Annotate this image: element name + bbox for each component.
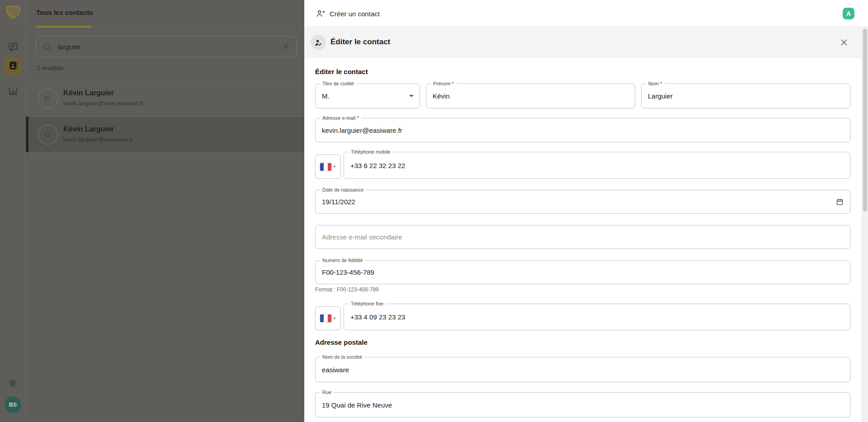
last-name-input[interactable] xyxy=(648,92,844,100)
edit-contact-drawer: Créer un contact A Éditer le contact xyxy=(304,0,868,422)
civility-select[interactable]: Titre de civilité M. xyxy=(315,84,420,108)
create-contact-label: Créer un contact xyxy=(330,10,380,18)
loyalty-number-label: Numéro de fidélité xyxy=(320,258,365,263)
landline-phone-field: Téléphone fixe xyxy=(344,304,850,330)
street-label: Rue xyxy=(320,389,334,395)
birth-date-field: Date de naissance xyxy=(315,190,850,214)
drawer-topbar: Créer un contact A xyxy=(304,0,868,27)
landline-country-select[interactable] xyxy=(315,306,341,330)
loyalty-number-field: Numéro de fidélité xyxy=(315,260,850,284)
street-field: Rue xyxy=(315,392,850,417)
company-field: Nom de la société xyxy=(315,357,850,382)
first-name-field: Prénom * xyxy=(426,84,635,108)
mobile-phone-label: Téléphone mobile xyxy=(349,149,392,155)
company-input[interactable] xyxy=(322,366,844,374)
app-window: BS Tous les contacts 2 résultats xyxy=(0,0,868,422)
mobile-phone-field: Téléphone mobile xyxy=(344,152,850,179)
birth-date-input[interactable] xyxy=(322,198,836,206)
drawer-scrollbar-track[interactable] xyxy=(862,27,868,422)
first-name-label: Prénom * xyxy=(431,81,456,87)
mobile-phone-input[interactable] xyxy=(350,162,844,169)
close-icon[interactable] xyxy=(839,38,849,47)
loyalty-number-input[interactable] xyxy=(322,268,844,276)
landline-phone-label: Téléphone fixe xyxy=(349,301,386,307)
landline-phone-input[interactable] xyxy=(350,313,844,321)
form-section-title: Éditer le contact xyxy=(315,68,368,75)
address-section-title: Adresse postale xyxy=(315,338,368,346)
edit-contact-form: Éditer le contact Titre de civilité M. P… xyxy=(304,58,868,422)
last-name-label: Nom * xyxy=(646,81,665,87)
civility-label: Titre de civilité xyxy=(320,81,356,87)
drawer-title: Éditer le contact xyxy=(330,38,390,47)
drawer-backdrop[interactable] xyxy=(0,0,304,422)
civility-value: M. xyxy=(322,92,330,100)
secondary-email-input[interactable] xyxy=(322,233,844,241)
company-label: Nom de la société xyxy=(320,354,364,360)
create-contact-button[interactable]: Créer un contact xyxy=(316,7,380,20)
drawer-header: Éditer le contact xyxy=(304,27,868,58)
mobile-country-select[interactable] xyxy=(315,155,341,179)
last-name-field: Nom * xyxy=(641,84,850,108)
app-badge-icon[interactable]: A xyxy=(843,8,854,19)
email-label: Adresse e-mail * xyxy=(320,115,361,121)
app-badge-letter: A xyxy=(846,10,851,17)
first-name-input[interactable] xyxy=(433,92,628,100)
france-flag-icon xyxy=(320,314,331,322)
person-plus-icon xyxy=(316,9,325,18)
street-input[interactable] xyxy=(322,401,844,409)
france-flag-icon xyxy=(320,163,331,171)
calendar-icon[interactable] xyxy=(836,198,844,206)
edit-contact-avatar-circle xyxy=(311,35,326,50)
chevron-down-icon xyxy=(409,95,414,97)
email-field: Adresse e-mail * xyxy=(315,118,850,142)
loyalty-format-helper: Format : F00-123-456-789 xyxy=(315,286,379,293)
chevron-down-icon xyxy=(333,166,336,168)
person-edit-icon xyxy=(315,39,322,47)
name-fields-row: Titre de civilité M. Prénom * Nom * xyxy=(315,84,850,108)
secondary-email-field xyxy=(315,225,850,249)
email-input[interactable] xyxy=(322,127,844,134)
drawer-scrollbar-thumb[interactable] xyxy=(863,29,867,211)
chevron-down-icon xyxy=(333,318,336,319)
birth-date-label: Date de naissance xyxy=(320,187,366,193)
